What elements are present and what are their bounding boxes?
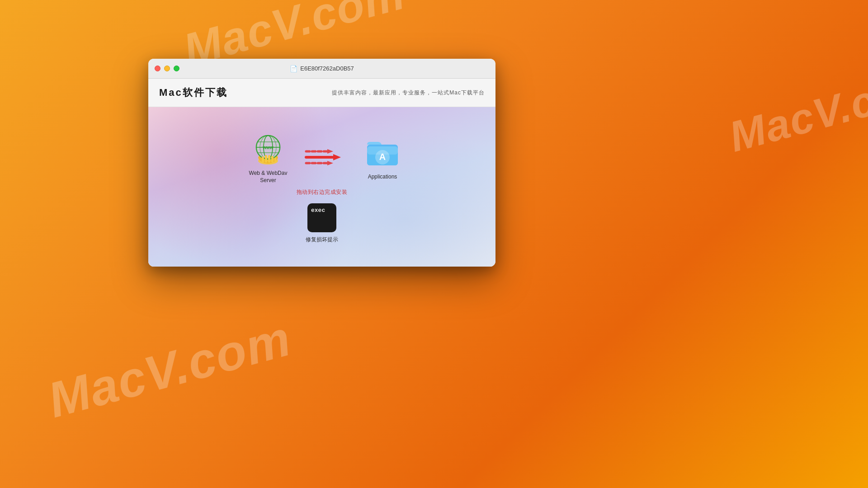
macos-window: 📄 E6E80f7262aD0B57 Mac软件下载 提供丰富内容，最新应用，专… [148,59,495,267]
window-titlebar: 📄 E6E80f7262aD0B57 [148,59,495,79]
watermark-bottom-left: MacV.com [42,309,297,429]
traffic-lights [148,66,179,71]
close-button[interactable] [155,66,160,71]
watermark-right: MacV.co [724,68,868,161]
brand-title: Mac软件下载 [159,86,228,99]
window-header: Mac软件下载 提供丰富内容，最新应用，专业服务，一站式Mac下载平台 [148,79,495,107]
brand-subtitle: 提供丰富内容，最新应用，专业服务，一站式Mac下载平台 [332,89,485,97]
exec-area: exec 修复损坏提示 [306,203,338,244]
window-body: Mac软件下载 提供丰富内容，最新应用，专业服务，一站式Mac下载平台 [148,79,495,267]
svg-rect-11 [268,155,270,163]
svg-text:A: A [379,152,386,162]
maximize-button[interactable] [174,66,179,71]
svg-rect-10 [265,155,267,163]
minimize-button[interactable] [164,66,170,71]
drag-row: www Web & WebDav Server [243,130,401,184]
install-area: www Web & WebDav Server [148,107,495,267]
svg-rect-12 [271,156,274,163]
svg-text:www: www [262,145,274,150]
exec-icon-text: exec [311,207,333,214]
exec-icon[interactable]: exec [307,203,336,232]
window-title: 📄 E6E80f7262aD0B57 [290,65,354,72]
title-file-icon: 📄 [290,65,297,72]
svg-marker-17 [333,154,341,160]
arrows-group [304,146,354,169]
applications-folder-wrapper: A Applications [364,134,401,181]
drag-hint: 拖动到右边完成安装 [297,188,348,196]
svg-marker-15 [327,149,333,154]
app-icon-label: Web & WebDav Server [243,170,293,184]
svg-marker-19 [327,161,333,165]
svg-rect-13 [274,157,276,163]
svg-rect-9 [262,156,264,163]
applications-folder-label: Applications [368,174,397,181]
app-icon-wrapper: www Web & WebDav Server [243,130,293,184]
exec-label: 修复损坏提示 [306,236,338,244]
dmg-content: www Web & WebDav Server [148,107,495,267]
globe-icon: www [250,130,286,166]
title-text: E6E80f7262aD0B57 [300,65,354,72]
